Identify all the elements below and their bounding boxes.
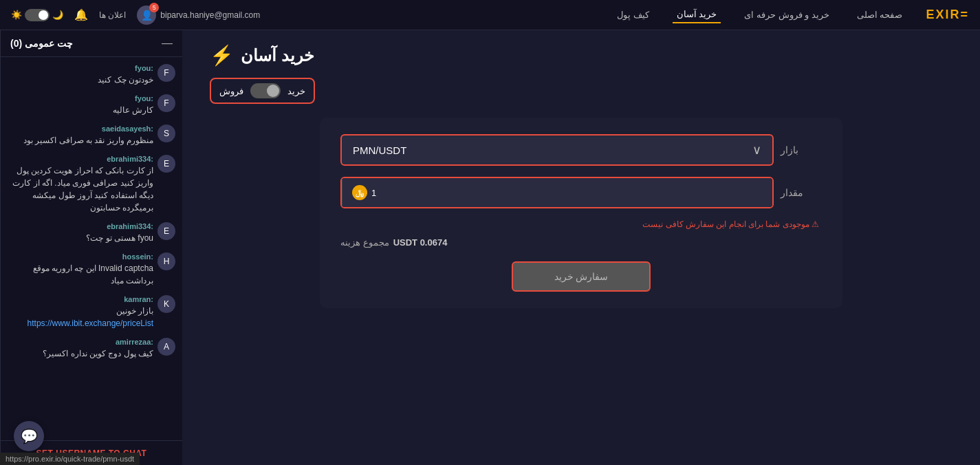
buy-button-row: سفارش خرید — [340, 261, 822, 292]
chat-username: saeidasayesh: — [8, 125, 153, 133]
user-email: biparva.haniye@gmail.com — [160, 10, 260, 20]
chat-bubble: ebrahimi334: از کارت بانکی که احراز هویت… — [8, 155, 153, 214]
list-item: F fyou: کارش عالیه — [8, 94, 175, 116]
avatar: S — [157, 125, 175, 142]
url-bar: https://pro.exir.io/quick-trade/pmn-usdt — [0, 453, 140, 465]
chat-username: ebrahimi334: — [8, 222, 153, 230]
chat-text: بازار خونینhttps://www.ibit.exchange/pri… — [8, 305, 153, 329]
amount-input-group: 1 ﷼ — [340, 177, 774, 208]
logo[interactable]: =EXIR — [926, 8, 969, 22]
dropdown-arrow-icon: ∨ — [752, 142, 761, 158]
list-item: E ebrahimi334: fyou هستی تو چت؟ — [8, 222, 175, 244]
topnav-left: =EXIR صفحه اصلی خرید و فروش حرفه ای خرید… — [613, 6, 969, 23]
user-info[interactable]: 👤 5 biparva.haniye@gmail.com — [137, 6, 260, 25]
chat-text: کیف پول دوج کوین نداره اکسیر؟ — [8, 347, 153, 360]
buy-button[interactable]: سفارش خرید — [512, 261, 651, 292]
avatar: H — [157, 252, 175, 270]
chat-bubble: hossein: Invalid captcha این چه اروریه م… — [8, 252, 153, 287]
amount-label: مقدار — [781, 187, 822, 198]
chat-text: خودتون چک کنید — [8, 74, 153, 86]
chat-text: منظورم واریز نقد به صرافی اکسیر بود — [8, 134, 153, 147]
sun-icon: ☀️ — [11, 10, 22, 20]
avatar: 👤 5 — [137, 6, 156, 25]
form-card: بازار ∨ PMN/USDT مقدار 1 ﷼ — [320, 118, 842, 308]
chat-panel: — چت عمومی (0) F fyou: خودتون چک کنید F … — [0, 30, 182, 465]
market-input-group: ∨ PMN/USDT — [340, 134, 774, 166]
error-message: ⚠ موجودی شما برای انجام این سفارش کافی ن… — [340, 219, 822, 229]
chat-bubble: saeidasayesh: منظورم واریز نقد به صرافی … — [8, 125, 153, 147]
avatar: F — [157, 64, 175, 82]
chat-title: چت عمومی (0) — [10, 38, 73, 49]
buy-sell-switch[interactable] — [250, 83, 281, 98]
chat-bubble: ebrahimi334: fyou هستی تو چت؟ — [8, 222, 153, 244]
support-chat-button[interactable]: 💬 — [14, 421, 44, 451]
chat-username: fyou: — [8, 94, 153, 102]
avatar: E — [157, 222, 175, 240]
fee-value: USDT 0.0674 — [393, 237, 448, 248]
chat-username: amirrezaa: — [8, 338, 153, 346]
topnav: =EXIR صفحه اصلی خرید و فروش حرفه ای خرید… — [0, 0, 980, 30]
moon-icon: 🌙 — [52, 10, 63, 20]
main-layout: خرید آسان ⚡ خرید فروش بازار ∨ PMN/USDT — [0, 30, 980, 465]
chat-username: ebrahimi334: — [8, 155, 153, 163]
market-value: PMN/USDT — [353, 144, 406, 156]
chat-username: fyou: — [8, 64, 153, 72]
notif-badge: 5 — [149, 3, 159, 12]
avatar: E — [157, 155, 175, 173]
nav-home[interactable]: صفحه اصلی — [853, 7, 907, 23]
market-row: بازار ∨ PMN/USDT — [340, 134, 822, 166]
center-content: خرید آسان ⚡ خرید فروش بازار ∨ PMN/USDT — [182, 30, 980, 465]
volume-icon[interactable]: 🔔 — [74, 8, 88, 21]
page-title: خرید آسان — [241, 46, 314, 65]
notifications-label[interactable]: اعلان ها — [99, 10, 126, 20]
chat-messages: F fyou: خودتون چک کنید F fyou: کارش عالی… — [1, 57, 182, 440]
chat-username: hossein: — [8, 252, 153, 261]
buy-sell-toggle: خرید فروش — [210, 78, 952, 104]
chat-text: از کارت بانکی که احراز هویت کردین پول وا… — [8, 164, 153, 214]
list-item: E ebrahimi334: از کارت بانکی که احراز هو… — [8, 155, 175, 214]
logo-prefix: = — [960, 8, 969, 21]
avatar: F — [157, 94, 175, 112]
amount-field-wrapper: 1 ﷼ — [340, 177, 774, 208]
buy-label: خرید — [287, 86, 305, 96]
avatar: A — [157, 338, 175, 356]
buy-sell-box[interactable]: خرید فروش — [210, 78, 315, 104]
fee-row: مجموع هزینه USDT 0.0674 — [340, 237, 822, 248]
sell-label: فروش — [219, 86, 243, 96]
list-item: F fyou: خودتون چک کنید — [8, 64, 175, 86]
chat-bubble: fyou: کارش عالیه — [8, 94, 153, 116]
page-title-row: خرید آسان ⚡ — [210, 44, 952, 67]
lightning-icon: ⚡ — [210, 44, 234, 67]
coin-badge: 1 ﷼ — [342, 178, 386, 207]
chat-text: Invalid captcha این چه اروریه موقع برداش… — [8, 262, 153, 287]
list-item: A amirrezaa: کیف پول دوج کوین نداره اکسی… — [8, 338, 175, 360]
nav-quick-trade[interactable]: خرید آسان — [673, 6, 721, 23]
amount-row: مقدار 1 ﷼ — [340, 177, 822, 208]
avatar: K — [157, 295, 175, 313]
coin-icon: ﷼ — [352, 185, 367, 200]
theme-switch[interactable] — [25, 9, 50, 21]
list-item: K kamran: بازار خونینhttps://www.ibit.ex… — [8, 295, 175, 329]
chat-minimize-button[interactable]: — — [162, 37, 173, 50]
fee-label: مجموع هزینه — [340, 237, 389, 248]
chat-text: fyou هستی تو چت؟ — [8, 232, 153, 244]
theme-toggle[interactable]: ☀️ 🌙 — [11, 9, 63, 21]
chat-bubble: kamran: بازار خونینhttps://www.ibit.exch… — [8, 295, 153, 329]
nav-wallet[interactable]: کیف پول — [613, 7, 653, 23]
amount-input[interactable] — [386, 178, 772, 207]
topnav-right: ☀️ 🌙 🔔 اعلان ها 👤 5 biparva.haniye@gmail… — [11, 6, 260, 25]
amount-value: 1 — [371, 188, 376, 198]
chat-username: kamran: — [8, 295, 153, 303]
nav-pro-trade[interactable]: خرید و فروش حرفه ای — [740, 7, 833, 23]
list-item: H hossein: Invalid captcha این چه اروریه… — [8, 252, 175, 287]
chat-bubble: fyou: خودتون چک کنید — [8, 64, 153, 86]
list-item: S saeidasayesh: منظورم واریز نقد به صراف… — [8, 125, 175, 147]
chat-text: کارش عالیه — [8, 104, 153, 116]
market-dropdown[interactable]: ∨ PMN/USDT — [340, 134, 774, 166]
chat-header: — چت عمومی (0) — [1, 30, 182, 57]
market-label: بازار — [781, 144, 822, 155]
chat-bubble: amirrezaa: کیف پول دوج کوین نداره اکسیر؟ — [8, 338, 153, 360]
